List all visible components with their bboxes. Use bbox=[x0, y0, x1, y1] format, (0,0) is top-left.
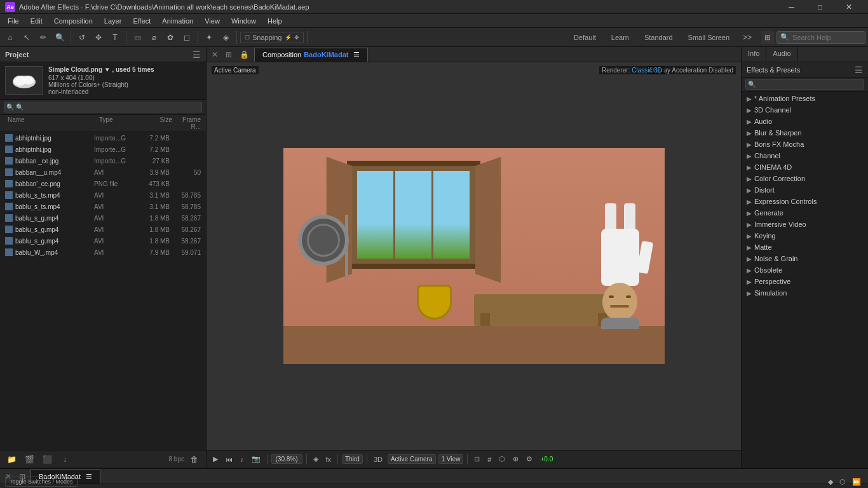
effect-list-item[interactable]: ▶ Noise & Grain bbox=[742, 253, 868, 264]
composition-panel: ✕ ⊞ 🔒 Composition BadoKiMadat ☰ Active C… bbox=[207, 47, 741, 468]
zoom-level[interactable]: (30.8%) bbox=[271, 454, 302, 464]
menu-window[interactable]: Window bbox=[226, 16, 261, 26]
file-list-row[interactable]: bablu_W_.mp4 AVI 7.9 MB 59.071 bbox=[0, 247, 206, 258]
effect-list-item[interactable]: ▶ Boris FX Mocha bbox=[742, 139, 868, 150]
effect-list-item[interactable]: ▶ Channel bbox=[742, 150, 868, 161]
menu-file[interactable]: File bbox=[3, 16, 24, 26]
comp-lock-icon[interactable]: 🔒 bbox=[237, 50, 252, 59]
effect-list-item[interactable]: ▶ Color Correction bbox=[742, 173, 868, 184]
file-row-fps: 58.267 bbox=[172, 215, 201, 222]
puppet-button[interactable]: ✦ bbox=[201, 30, 217, 45]
effect-list-item[interactable]: ▶ Perspective bbox=[742, 276, 868, 287]
new-solid-button[interactable]: ⬛ bbox=[39, 452, 55, 467]
effect-list-item[interactable]: ▶ Expression Controls bbox=[742, 196, 868, 207]
effect-list-item[interactable]: ▶ Blur & Sharpen bbox=[742, 127, 868, 139]
eraser-button[interactable]: ◻ bbox=[179, 30, 194, 45]
motion-blur-btn[interactable]: ◈ bbox=[311, 454, 321, 464]
effects-menu-icon[interactable]: ☰ bbox=[855, 65, 863, 75]
menu-view[interactable]: View bbox=[200, 16, 225, 26]
pen-button[interactable]: ✏ bbox=[36, 30, 51, 45]
rotate-button[interactable]: ↺ bbox=[74, 30, 90, 45]
renderer-label: Renderer: Classic 3D bbox=[599, 66, 665, 74]
file-list-row[interactable]: babban _ce.jpg Importe...G 27 KB bbox=[0, 155, 206, 166]
file-row-type: AVI bbox=[94, 249, 132, 256]
roto-button[interactable]: ◈ bbox=[218, 30, 233, 45]
camera-select[interactable]: Active Camera bbox=[388, 454, 436, 464]
effect-list-item[interactable]: ▶ Immersive Video bbox=[742, 219, 868, 230]
effect-list-item[interactable]: ▶ Generate bbox=[742, 207, 868, 219]
delete-button[interactable]: 🗑 bbox=[187, 452, 202, 467]
effect-list-item[interactable]: ▶ Distort bbox=[742, 184, 868, 196]
home-button[interactable]: ⌂ bbox=[3, 30, 18, 45]
tab-info[interactable]: Info bbox=[742, 47, 766, 62]
menu-edit[interactable]: Edit bbox=[25, 16, 48, 26]
effect-list-item[interactable]: ▶ Audio bbox=[742, 116, 868, 127]
effect-list-item[interactable]: ▶ Matte bbox=[742, 241, 868, 253]
new-folder-button[interactable]: 📁 bbox=[4, 452, 19, 467]
effects-search-input[interactable] bbox=[745, 79, 864, 90]
import-button[interactable]: ↓ bbox=[57, 452, 72, 467]
menu-animation[interactable]: Animation bbox=[157, 16, 198, 26]
view-count-select[interactable]: 1 View bbox=[438, 454, 464, 464]
composition-viewport[interactable]: Active Camera Display Acceleration Disab… bbox=[207, 62, 741, 450]
comp-tab-composition[interactable]: Composition BadoKiMadat ☰ bbox=[254, 48, 368, 62]
fit-btn[interactable]: ⊡ bbox=[471, 454, 482, 464]
select-button[interactable]: ↖ bbox=[19, 30, 34, 45]
menu-composition[interactable]: Composition bbox=[49, 16, 98, 26]
comp-panel-icon[interactable]: ⊞ bbox=[223, 50, 234, 59]
close-button[interactable]: ✕ bbox=[834, 0, 863, 14]
project-menu-icon[interactable]: ☰ bbox=[193, 50, 201, 60]
ae-search-button[interactable]: ⊞ bbox=[761, 31, 774, 44]
view-mode-select[interactable]: Third bbox=[342, 454, 363, 464]
audio-btn[interactable]: ♪ bbox=[238, 454, 247, 464]
move-button[interactable]: ✥ bbox=[91, 30, 106, 45]
menu-help[interactable]: Help bbox=[262, 16, 287, 26]
mask-btn[interactable]: ⬡ bbox=[496, 454, 508, 464]
effect-list-item[interactable]: ▶ Obsolete bbox=[742, 264, 868, 276]
workspace-more[interactable]: >> bbox=[740, 30, 755, 45]
workspace-default[interactable]: Default bbox=[569, 32, 601, 43]
file-list-row[interactable]: bablu_s_ts.mp4 AVI 3.1 MB 58.785 bbox=[0, 201, 206, 212]
file-list-row[interactable]: abhiptnhi.jpg Importe...G 7.2 MB bbox=[0, 144, 206, 155]
shape-button[interactable]: ▭ bbox=[130, 30, 145, 45]
brush-button[interactable]: ⌀ bbox=[146, 30, 161, 45]
grid-btn[interactable]: # bbox=[485, 454, 494, 464]
maximize-button[interactable]: □ bbox=[806, 0, 834, 14]
file-type-icon bbox=[5, 157, 13, 165]
clone-button[interactable]: ✿ bbox=[163, 30, 178, 45]
play-btn[interactable]: ▶ bbox=[210, 454, 220, 464]
type-button[interactable]: T bbox=[107, 30, 123, 45]
file-color-info: Millions of Colors+ (Straight) bbox=[48, 81, 154, 88]
zoom-button[interactable]: 🔍 bbox=[52, 30, 67, 45]
fx-btn[interactable]: fx bbox=[323, 454, 334, 464]
file-list-row[interactable]: bablu_s_g.mp4 AVI 1.8 MB 58.267 bbox=[0, 224, 206, 235]
new-composition-button[interactable]: 🎬 bbox=[22, 452, 37, 467]
3d-btn[interactable]: 3D bbox=[371, 454, 385, 464]
file-list-row[interactable]: bablu_s_g.mp4 AVI 1.8 MB 58.267 bbox=[0, 212, 206, 224]
comp-close-button[interactable]: ✕ bbox=[209, 50, 220, 59]
effect-list-item[interactable]: ▶ * Animation Presets bbox=[742, 93, 868, 104]
snapshot-btn[interactable]: 📷 bbox=[249, 454, 263, 464]
workspace-standard[interactable]: Standard bbox=[639, 32, 678, 43]
file-list-row[interactable]: bablu_s_g.mp4 AVI 1.8 MB 58.267 bbox=[0, 235, 206, 247]
workspace-learn[interactable]: Learn bbox=[606, 32, 634, 43]
options-btn[interactable]: ⚙ bbox=[524, 454, 535, 464]
effect-list-item[interactable]: ▶ 3D Channel bbox=[742, 104, 868, 116]
minimize-button[interactable]: ─ bbox=[777, 0, 806, 14]
snapping-control[interactable]: ☐ Snapping ⚡ ✥ bbox=[240, 32, 304, 43]
file-list-row[interactable]: abhiptnhi.jpg Importe...G 7.2 MB bbox=[0, 132, 206, 144]
file-list-row[interactable]: bablu_s_ts.mp4 AVI 3.1 MB 58.785 bbox=[0, 189, 206, 201]
help-search-input[interactable] bbox=[776, 31, 865, 44]
effect-list-item[interactable]: ▶ Simulation bbox=[742, 287, 868, 299]
menu-effect[interactable]: Effect bbox=[128, 16, 156, 26]
project-search-input[interactable] bbox=[4, 102, 202, 112]
workspace-small[interactable]: Small Screen bbox=[683, 32, 735, 43]
effect-list-item[interactable]: ▶ CINEMA 4D bbox=[742, 161, 868, 173]
file-list-row[interactable]: babban__u.mp4 AVI 3.9 MB 50 bbox=[0, 166, 206, 178]
menu-layer[interactable]: Layer bbox=[99, 16, 127, 26]
effect-list-item[interactable]: ▶ Keying bbox=[742, 230, 868, 241]
file-list-row[interactable]: babban'_ce.png PNG file 473 KB bbox=[0, 178, 206, 189]
target-btn[interactable]: ⊕ bbox=[510, 454, 521, 464]
tab-audio[interactable]: Audio bbox=[766, 47, 797, 62]
preview-btn[interactable]: ⏮ bbox=[223, 454, 235, 464]
